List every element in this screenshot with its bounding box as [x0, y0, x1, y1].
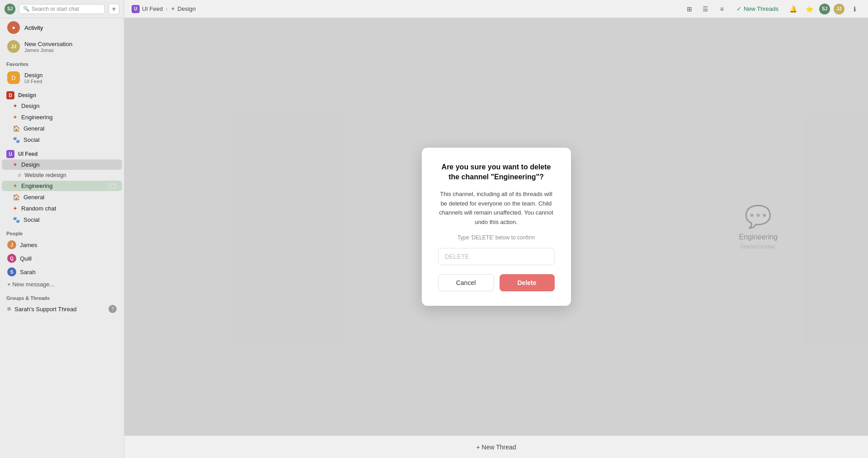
- sarah-avatar: S: [7, 267, 16, 276]
- breadcrumb-channel-name: Design: [178, 5, 196, 12]
- sidebar-item-uifeed-design[interactable]: ✦ Design: [2, 159, 122, 170]
- favorites-design-title: Design: [24, 72, 42, 79]
- channel-design-icon: ✦: [13, 103, 18, 109]
- main-content: U UI Feed › ✦ Design ⊞ ☰ ≡ ✓ New Threads…: [124, 0, 868, 458]
- content-area: 💬 Engineering Started today. Are you sur…: [124, 18, 868, 435]
- channel-design-name: Design: [21, 103, 117, 109]
- sidebar: SJ 🔍 Search or start chat + ● Activity J…: [0, 0, 124, 458]
- sidebar-item-sarahs-support-thread[interactable]: Sarah's Support Thread ?: [2, 303, 122, 315]
- uifeed-engineering-badge: ···: [108, 183, 117, 189]
- sidebar-item-design-design[interactable]: ✦ Design: [2, 101, 122, 111]
- search-placeholder: Search or start chat: [32, 6, 79, 12]
- bell-icon[interactable]: 🔔: [787, 3, 799, 15]
- channel-engineering-icon: ✦: [13, 114, 18, 121]
- breadcrumb-feed-icon: U: [132, 5, 140, 13]
- quill-avatar: Q: [7, 254, 16, 263]
- people-label: People: [0, 225, 124, 238]
- channel-group-design-header: D Design: [0, 87, 124, 100]
- sarah-name: Sarah: [20, 269, 36, 276]
- modal-actions: Cancel Delete: [438, 274, 555, 291]
- favorites-design-text: Design UI Feed: [24, 72, 42, 84]
- favorites-design-icon: D: [7, 71, 20, 84]
- sidebar-item-activity[interactable]: ● Activity: [2, 19, 122, 37]
- breadcrumb-feed-name: UI Feed: [142, 5, 163, 12]
- topbar: U UI Feed › ✦ Design ⊞ ☰ ≡ ✓ New Threads…: [124, 0, 868, 18]
- uifeed-engineering-icon: ✦: [13, 182, 18, 189]
- breadcrumb-channel[interactable]: ✦ Design: [170, 5, 196, 12]
- sidebar-item-website-redesign[interactable]: # Website redesign: [2, 171, 122, 180]
- uifeed-social-name: Social: [24, 216, 117, 223]
- sidebar-item-uifeed-randomchat[interactable]: ✦ Random chat: [2, 203, 122, 214]
- uifeed-general-icon: 🏠: [13, 194, 20, 201]
- breadcrumb-feed[interactable]: U UI Feed: [132, 5, 163, 13]
- uifeed-general-name: General: [24, 194, 117, 201]
- channel-general-name: General: [24, 125, 117, 132]
- cancel-button[interactable]: Cancel: [438, 274, 494, 291]
- channel-general-icon: 🏠: [13, 125, 20, 132]
- thread-dot: [7, 307, 11, 311]
- james-avatar: J: [7, 240, 16, 249]
- groups-threads-label: Groups & Threads: [0, 290, 124, 303]
- delete-confirm-input[interactable]: [438, 248, 555, 265]
- modal-description: This channel, including all of its threa…: [438, 190, 555, 227]
- uifeed-design-icon: ✦: [13, 161, 18, 168]
- sidebar-header: SJ 🔍 Search or start chat +: [0, 0, 124, 18]
- sidebar-item-uifeed-general[interactable]: 🏠 General: [2, 192, 122, 202]
- list-view-button[interactable]: ☰: [699, 3, 712, 15]
- channel-group-uifeed-name: UI Feed: [18, 151, 38, 157]
- breadcrumb: U UI Feed › ✦ Design: [132, 5, 679, 13]
- new-thread-button[interactable]: + New Thread: [476, 444, 516, 451]
- sidebar-item-james[interactable]: J James: [2, 238, 122, 251]
- channel-engineering-name: Engineering: [21, 114, 117, 121]
- info-icon[interactable]: ℹ: [848, 3, 861, 15]
- search-bar[interactable]: 🔍 Search or start chat: [19, 4, 105, 14]
- checkmark-icon: ✓: [736, 5, 741, 12]
- channel-group-uifeed-header: U UI Feed: [0, 145, 124, 159]
- sidebar-item-design-engineering[interactable]: ✦ Engineering: [2, 112, 122, 122]
- sidebar-item-uifeed-engineering[interactable]: ✦ Engineering ···: [2, 181, 122, 191]
- thread-badge: ?: [108, 305, 117, 313]
- uifeed-randomchat-name: Random chat: [21, 205, 117, 212]
- sidebar-item-sarah[interactable]: S Sarah: [2, 266, 122, 278]
- add-button[interactable]: +: [108, 4, 119, 14]
- favorites-label: Favorites: [0, 56, 124, 69]
- new-conv-title: New Conversation: [24, 41, 72, 47]
- activity-icon: ●: [7, 21, 20, 34]
- topbar-avatar-jj[interactable]: JJ: [834, 4, 844, 14]
- search-icon: 🔍: [23, 6, 29, 12]
- new-conv-subtitle: James Jonas: [24, 47, 72, 53]
- new-conv-avatar: JJ: [7, 40, 20, 53]
- james-name: James: [20, 242, 37, 248]
- sidebar-item-favorites-design[interactable]: D Design UI Feed: [2, 69, 122, 86]
- user-avatar[interactable]: SJ: [5, 4, 15, 14]
- new-threads-label: New Threads: [744, 5, 778, 12]
- modal-overlay: Are you sure you want to delete the chan…: [124, 18, 868, 435]
- quill-name: Quill: [20, 255, 32, 262]
- sub-channel-name: Website redesign: [24, 172, 66, 178]
- delete-button[interactable]: Delete: [500, 274, 555, 291]
- new-conv-text: New Conversation James Jonas: [24, 41, 72, 53]
- bottom-bar[interactable]: + New Thread: [124, 435, 868, 458]
- star-icon[interactable]: ⭐: [803, 3, 816, 15]
- uifeed-design-name: Design: [21, 161, 117, 168]
- sidebar-item-new-conversation[interactable]: JJ New Conversation James Jonas: [2, 37, 122, 56]
- delete-channel-modal: Are you sure you want to delete the chan…: [422, 148, 571, 306]
- activity-label: Activity: [24, 24, 43, 31]
- new-message-label: + New message...: [7, 281, 54, 288]
- channel-group-design-name: Design: [18, 92, 36, 98]
- modal-title: Are you sure you want to delete the chan…: [438, 162, 555, 182]
- sidebar-item-design-social[interactable]: 🐾 Social: [2, 135, 122, 145]
- grid-view-button[interactable]: ⊞: [683, 3, 696, 15]
- menu-button[interactable]: ≡: [716, 3, 728, 15]
- uifeed-social-icon: 🐾: [13, 216, 20, 223]
- breadcrumb-separator: ›: [165, 5, 167, 12]
- topbar-avatar-sj[interactable]: SJ: [819, 4, 830, 14]
- new-threads-button[interactable]: ✓ New Threads: [732, 4, 783, 14]
- sidebar-item-design-general[interactable]: 🏠 General: [2, 123, 122, 134]
- uifeed-engineering-name: Engineering: [21, 182, 104, 189]
- thread-name: Sarah's Support Thread: [14, 306, 105, 313]
- sidebar-item-quill[interactable]: Q Quill: [2, 252, 122, 265]
- favorites-design-subtitle: UI Feed: [24, 79, 42, 84]
- sidebar-item-uifeed-social[interactable]: 🐾 Social: [2, 215, 122, 225]
- new-message-item[interactable]: + New message...: [2, 279, 122, 290]
